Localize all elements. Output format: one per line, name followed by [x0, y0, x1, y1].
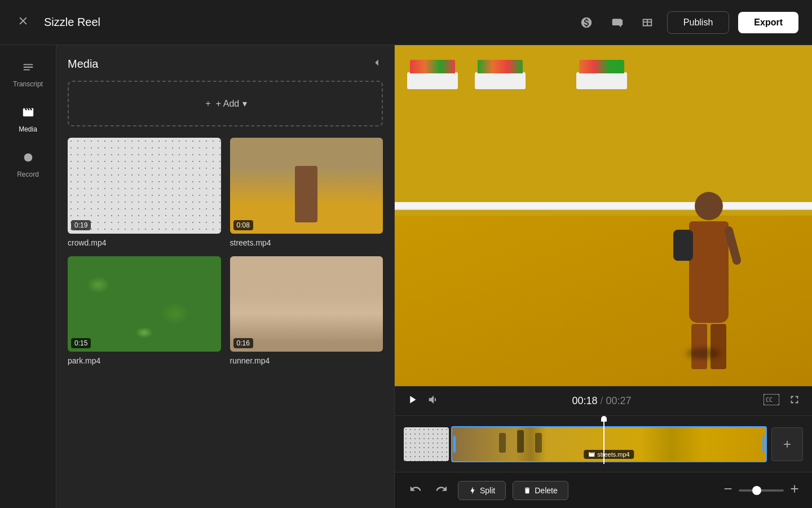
- timeline-clip-streets[interactable]: streets.mp4: [451, 426, 767, 462]
- preview-area: 00:18 / 00:27 CC: [395, 45, 812, 508]
- add-media-label: + Add: [216, 99, 239, 109]
- collapse-panel-button[interactable]: [370, 56, 383, 72]
- zoom-thumb: [752, 486, 761, 495]
- header: Sizzle Reel Publish Export: [0, 0, 812, 45]
- publish-button[interactable]: Publish: [667, 11, 729, 34]
- add-clip-icon: +: [783, 436, 791, 452]
- record-icon: [22, 151, 34, 167]
- park-duration: 0:15: [71, 338, 91, 348]
- fullscreen-button[interactable]: [788, 393, 801, 409]
- svg-text:CC: CC: [766, 397, 773, 403]
- timeline-cursor[interactable]: [603, 419, 604, 464]
- video-preview: [395, 45, 812, 386]
- svg-point-0: [24, 154, 32, 162]
- sidebar-item-transcript[interactable]: Transcript: [6, 54, 51, 95]
- bottom-toolbar: Split Delete: [395, 472, 812, 508]
- time-separator: /: [601, 395, 606, 406]
- export-button[interactable]: Export: [738, 12, 798, 33]
- total-time: 00:27: [606, 395, 632, 406]
- sidebar-item-media[interactable]: Media: [6, 99, 51, 140]
- zoom-slider[interactable]: [739, 489, 784, 492]
- streets-filename: streets.mp4: [230, 238, 383, 247]
- media-thumb-runner: 0:16: [230, 256, 383, 352]
- media-label: Media: [19, 125, 37, 133]
- add-media-dropzone[interactable]: ＋ + Add ▾: [68, 81, 383, 126]
- media-item-streets[interactable]: 0:08 streets.mp4: [230, 138, 383, 247]
- video-frame: [395, 45, 812, 386]
- runner-thumbnail: [230, 256, 383, 352]
- split-button[interactable]: Split: [458, 481, 506, 500]
- project-title: Sizzle Reel: [44, 16, 100, 29]
- time-display: 00:18 / 00:27: [449, 395, 754, 407]
- current-time: 00:18: [572, 395, 597, 406]
- transcript-icon: [22, 61, 34, 77]
- playback-controls: 00:18 / 00:27 CC: [395, 386, 812, 415]
- volume-button[interactable]: [427, 393, 440, 409]
- runner-filename: runner.mp4: [230, 356, 383, 365]
- header-left: Sizzle Reel: [14, 11, 100, 33]
- clip-name: streets.mp4: [597, 451, 629, 458]
- dollar-icon-button[interactable]: [576, 12, 597, 33]
- zoom-controls: [722, 483, 801, 498]
- crowd-duration: 0:19: [71, 220, 91, 230]
- comments-icon-button[interactable]: [606, 12, 628, 33]
- play-button[interactable]: [406, 393, 418, 409]
- clip-label-streets: streets.mp4: [584, 450, 634, 459]
- timeline-track: streets.mp4: [404, 424, 767, 464]
- media-item-park[interactable]: 0:15 park.mp4: [68, 256, 221, 366]
- streets-thumbnail: [230, 138, 383, 234]
- transcript-label: Transcript: [13, 80, 43, 88]
- cursor-top: [601, 416, 607, 422]
- add-media-button[interactable]: ＋ + Add ▾: [204, 98, 247, 110]
- record-label: Record: [17, 170, 39, 178]
- close-button[interactable]: [14, 11, 33, 33]
- captions-button[interactable]: CC: [764, 394, 779, 408]
- park-thumbnail: [68, 256, 221, 352]
- media-panel-header: Media: [68, 56, 383, 72]
- add-clip-button[interactable]: +: [771, 427, 803, 461]
- media-grid: 0:19 crowd.mp4 0:08 streets.mp4 0:15: [68, 138, 383, 365]
- media-thumb-streets: 0:08: [230, 138, 383, 234]
- media-panel: Media ＋ + Add ▾ 0:19 crowd.mp4: [56, 45, 395, 508]
- sidebar-item-record[interactable]: Record: [6, 144, 51, 185]
- media-thumb-crowd: 0:19: [68, 138, 221, 234]
- undo-button[interactable]: [406, 479, 425, 501]
- zoom-out-button[interactable]: [722, 483, 734, 498]
- media-icon: [22, 106, 34, 122]
- media-panel-title: Media: [68, 58, 98, 71]
- chevron-down-icon: ▾: [242, 98, 247, 109]
- streets-duration: 0:08: [233, 220, 253, 230]
- crowd-filename: crowd.mp4: [68, 238, 221, 247]
- header-right: Publish Export: [576, 11, 798, 34]
- timeline-area: streets.mp4 +: [395, 415, 812, 472]
- crowd-clip-visual: [404, 427, 449, 461]
- split-label: Split: [480, 486, 495, 495]
- redo-button[interactable]: [432, 479, 451, 501]
- crowd-thumbnail: [68, 138, 221, 234]
- zoom-in-button[interactable]: [788, 483, 801, 498]
- runner-duration: 0:16: [233, 338, 253, 348]
- layout-icon-button[interactable]: [637, 12, 658, 33]
- timeline-clip-crowd[interactable]: [404, 427, 449, 461]
- main-content: Transcript Media Record Media ＋ + Add: [0, 45, 812, 508]
- media-thumb-park: 0:15: [68, 256, 221, 352]
- park-filename: park.mp4: [68, 356, 221, 365]
- delete-button[interactable]: Delete: [513, 481, 568, 500]
- sidebar: Transcript Media Record: [0, 45, 56, 508]
- media-item-runner[interactable]: 0:16 runner.mp4: [230, 256, 383, 366]
- plus-icon: ＋: [204, 98, 213, 110]
- media-item-crowd[interactable]: 0:19 crowd.mp4: [68, 138, 221, 247]
- delete-label: Delete: [535, 486, 557, 495]
